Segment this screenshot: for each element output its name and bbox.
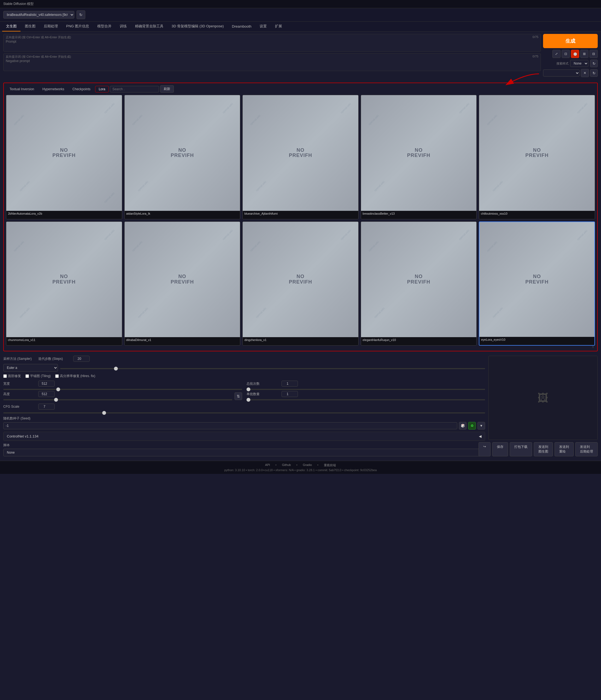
width-slider[interactable]: [3, 389, 242, 390]
cfg-slider[interactable]: [3, 412, 485, 414]
lora-card-2[interactable]: openal.wiki openal.wiki NOPREVIFH openal…: [124, 95, 240, 219]
lora-card-8[interactable]: openal.wiki openal.wiki NOPREVIFH openal…: [242, 222, 359, 346]
subtab-checkpoints[interactable]: Checkpoints: [69, 86, 94, 93]
style-refresh2-btn[interactable]: ↻: [590, 69, 598, 77]
send-inpaint-btn[interactable]: 发送到重绘: [554, 442, 574, 456]
zip-download-btn[interactable]: 打包下载: [510, 442, 532, 456]
send-to-btn[interactable]: ↪: [478, 442, 491, 456]
batch-count-slider[interactable]: [246, 389, 486, 390]
subtab-hypernetworks[interactable]: Hypernetworks: [39, 86, 68, 93]
seed-extra-btn[interactable]: ▼: [477, 422, 485, 430]
image-action-row: ↪ 保存 打包下载 发送到图生图 发送到重绘 发送到后期处理: [489, 442, 598, 456]
seed-input[interactable]: [3, 422, 457, 429]
generate-button[interactable]: 生成: [543, 34, 598, 48]
tab-pnginfo[interactable]: PNG 图片信息: [62, 22, 93, 31]
tiling-label[interactable]: 平铺图 (Tiling): [25, 374, 51, 378]
tiling-checkbox[interactable]: [25, 374, 29, 378]
batch-count-value[interactable]: [282, 381, 298, 386]
tab-img2img[interactable]: 图生图: [21, 22, 40, 31]
lora-search-input[interactable]: [110, 86, 159, 93]
bottom-section: 采样方法 (Sampler) 迭代步数 (Steps) Euler aEuler…: [3, 356, 598, 456]
sampler-select[interactable]: Euler aEulerLMSHeunDPM2DPM2 aDPM++ 2S aD…: [3, 364, 58, 372]
positive-prompt-input[interactable]: [4, 34, 541, 51]
swap-dimensions-btn[interactable]: ⇅: [235, 392, 242, 400]
prompt-section: 正向提示词 (按 Ctrl+Enter 或 Alt+Enter 开始生成) 0/…: [3, 34, 598, 77]
tab-merge[interactable]: 模型合并: [94, 22, 115, 31]
height-value[interactable]: [38, 391, 55, 397]
tab-settings[interactable]: 设置: [256, 22, 270, 31]
main-content: 正向提示词 (按 Ctrl+Enter 或 Alt+Enter 开始生成) 0/…: [0, 32, 601, 458]
face-restore-label[interactable]: 面部修复: [3, 374, 21, 378]
lora-card-1[interactable]: openal.wiki openal.wiki NOPREVIFH openal…: [6, 95, 122, 219]
batch-size-value[interactable]: [282, 391, 298, 397]
script-section: 脚本 None: [3, 443, 485, 456]
lora-card-4[interactable]: openal.wiki openal.wiki NOPREVIFH openal…: [361, 95, 477, 219]
height-label: 高度: [3, 392, 36, 397]
paste-icon-btn[interactable]: ⊡: [561, 50, 570, 58]
height-slider[interactable]: [3, 399, 232, 400]
tab-train[interactable]: 训练: [116, 22, 131, 31]
tab-postprocess[interactable]: 后期处理: [40, 22, 62, 31]
footer-links: API • Github • Gradio • 重载前端: [3, 463, 598, 467]
sampler-label: 采样方法 (Sampler): [3, 356, 36, 361]
style-select2[interactable]: [543, 70, 580, 77]
tab-bgremove[interactable]: 精确背景去除工具: [131, 22, 167, 31]
lora-refresh-btn[interactable]: 刷新: [160, 85, 174, 93]
height-swap-row: 高度 ⇅: [3, 391, 242, 401]
send-postprocess-btn[interactable]: 发送到后期处理: [575, 442, 598, 456]
lora-card-3[interactable]: openal.wiki openal.wiki NOPREVIFH openal…: [242, 95, 359, 219]
minus-icon-btn[interactable]: ⊟: [590, 50, 598, 58]
subtab-textual-inversion[interactable]: Textual Inversion: [6, 86, 38, 93]
face-restore-checkbox[interactable]: [3, 374, 7, 378]
seed-dice-btn[interactable]: 🎲: [459, 422, 467, 430]
steps-slider[interactable]: [60, 368, 485, 369]
script-select[interactable]: None: [3, 449, 485, 456]
hires-fix-checkbox[interactable]: [55, 374, 59, 378]
lora-name-5: chilloutmixss_xss10: [479, 211, 595, 219]
tab-dream[interactable]: Dreambooth: [228, 22, 256, 31]
lora-name-2: atdanStyleLora_lk: [125, 211, 240, 219]
steps-slider-container: [60, 366, 485, 370]
model-select[interactable]: braBeautifulRealistic_v40.safetensors [9…: [3, 11, 74, 19]
lora-card-6[interactable]: openal.wiki openal.wiki NOPREVIFH openal…: [6, 222, 122, 346]
style-x-btn[interactable]: ✕: [581, 69, 589, 77]
lora-card-9[interactable]: openal.wiki openal.wiki NOPREVIFH openal…: [361, 222, 477, 346]
footer-reload-link[interactable]: 重载前端: [324, 463, 336, 467]
lora-card-5[interactable]: openal.wiki openal.wiki NOPREVIFH openal…: [479, 95, 595, 219]
send-img2img-btn[interactable]: 发送到图生图: [534, 442, 553, 456]
footer-gradio-link[interactable]: Gradio: [303, 463, 312, 467]
tab-3d[interactable]: 3D 骨架模型编辑 (3D Openpose): [168, 22, 228, 31]
tab-txt2img[interactable]: 文生图: [2, 22, 21, 31]
grid-icon-btn[interactable]: ⊞: [580, 50, 589, 58]
nav-tabs: 文生图 图生图 后期处理 PNG 图片信息 模型合并 训练 精确背景去除工具 3…: [0, 22, 601, 32]
footer-github-link[interactable]: Github: [282, 463, 291, 467]
height-section: 高度: [3, 391, 232, 401]
lora-card-10[interactable]: openal.wiki openal.wiki NOPREVIFH openal…: [479, 222, 595, 346]
seed-label: 随机数种子 (Seed): [3, 416, 485, 421]
width-value[interactable]: [38, 381, 55, 386]
negative-counter: 0/75: [533, 55, 539, 58]
subtab-lora[interactable]: Lora: [95, 86, 109, 93]
expand-icon-btn[interactable]: ⤢: [552, 50, 560, 58]
lora-card-7[interactable]: openal.wiki openal.wiki NOPREVIFH openal…: [124, 222, 240, 346]
lora-name-10: eyeLora_eyesV10: [479, 337, 595, 345]
hires-fix-label[interactable]: 高分辨率修复 (Hires. fix): [55, 374, 96, 378]
cfg-value[interactable]: [38, 404, 55, 409]
record-icon-btn[interactable]: ⬤: [571, 50, 579, 58]
steps-value[interactable]: [73, 356, 90, 362]
seed-section: 随机数种子 (Seed) 🎲 ♻ ▼: [3, 416, 485, 430]
app-title: Stable Diffusion 模型: [3, 2, 34, 6]
batch-size-slider[interactable]: [246, 399, 486, 400]
lora-name-8: dingzhenlora_v1: [243, 337, 358, 345]
save-btn[interactable]: 保存: [492, 442, 508, 456]
seed-recycle-btn[interactable]: ♻: [468, 422, 476, 430]
resize-handle[interactable]: ⠿: [6, 346, 595, 349]
height-row: 高度: [3, 391, 232, 397]
footer-api-link[interactable]: API: [265, 463, 270, 467]
style-select[interactable]: None: [570, 60, 589, 67]
controlnet-header[interactable]: ControlNet v1.1.134 ◀: [3, 432, 485, 441]
style-refresh-btn[interactable]: ↻: [590, 59, 598, 67]
model-refresh-btn[interactable]: ↻: [77, 10, 85, 19]
negative-prompt-input[interactable]: [4, 54, 541, 70]
tab-extensions[interactable]: 扩展: [271, 22, 286, 31]
